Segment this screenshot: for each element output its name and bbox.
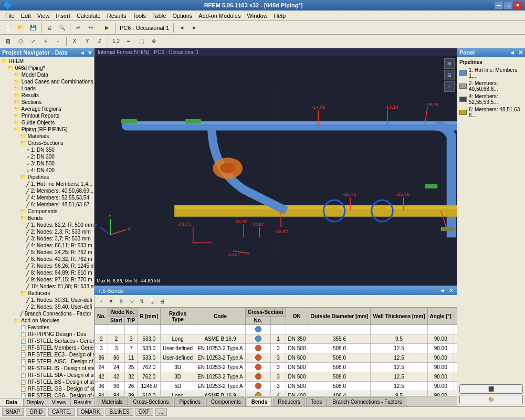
tree-item[interactable]: 📋 RF-STEEL CSA - Design of ste (0, 392, 94, 398)
tree-item[interactable]: 📁 Model Data (0, 71, 94, 78)
table-row[interactable]: 82822500.0User-definedASME B 16.91DN 350… (95, 325, 457, 334)
table-add-button[interactable]: + (97, 297, 106, 306)
tree-item[interactable]: ╱ 2: Nodes: 39,40; User-defi (0, 303, 94, 310)
tree-item[interactable]: ╱ 2: Members: 40,50,68,69... (0, 187, 94, 194)
tree-item[interactable]: 📁 Materials (0, 133, 94, 140)
table-row[interactable]: 949489610.0LongASME B 16.94DN 400406.49.… (95, 391, 457, 396)
undo-button[interactable]: ↩ (72, 22, 84, 34)
open-button[interactable]: 📂 (15, 22, 26, 34)
bottom-tab-materials[interactable]: Materials (97, 397, 128, 406)
menu-item-edit[interactable]: Edit (18, 12, 34, 20)
tree-item[interactable]: ○ 2: DN 300 (0, 153, 94, 160)
rotate-z-button[interactable]: Z (94, 36, 106, 47)
table-copy-button[interactable]: ⎘ (117, 297, 126, 306)
tree-item[interactable]: ╱ 1: Hot line Members: 1,4... (0, 181, 94, 187)
tree-item[interactable]: ╱ Branch Connections - Factor (0, 310, 94, 317)
node-numbers-button[interactable]: 1,2 (110, 36, 122, 47)
viewport-3d[interactable]: -13.14 -19.79 -14.86 -38.73 (94, 56, 457, 286)
bottom-panel-collapse[interactable]: ◄ (439, 287, 445, 293)
view-tool-2[interactable]: ⊟ (444, 70, 455, 80)
tree-item[interactable]: 📁 Load Cases and Combinations (0, 78, 94, 85)
status-button-carte[interactable]: CARTE. (48, 408, 75, 416)
table-delete-button[interactable]: ✕ (107, 297, 116, 306)
color-mode-button[interactable]: 🎨 (459, 395, 523, 404)
nav-tab-display[interactable]: Display (24, 398, 47, 406)
table-container[interactable]: No. Node No. R [mm] RadiusType Code Cros… (94, 308, 457, 396)
table-sort-button[interactable]: ⇅ (137, 297, 146, 306)
tree-item[interactable]: ╱ 8: Nodes: 94,89; R: 610 m (0, 269, 94, 276)
table-row[interactable]: 868611533.0User-definedEN 10253-2 Type A… (95, 353, 457, 363)
tree-item[interactable]: 📁 Sections (0, 99, 94, 106)
zoom-out-button[interactable]: - (52, 36, 64, 47)
redo-button[interactable]: ↪ (85, 22, 97, 34)
close-button[interactable]: ✕ (513, 2, 522, 9)
tree-item[interactable]: 📁 RFEM (0, 58, 94, 65)
tree-item[interactable]: 📁 Reducers (0, 290, 94, 297)
tree-item[interactable]: 📋 RF-STEEL Surfaces - General (0, 338, 94, 344)
tree-item[interactable]: ╱ 10: Nodes: 81,88; R: 533 m (0, 283, 94, 290)
tree-item[interactable]: ╱ 1: Nodes: 30,31; User-defi (0, 297, 94, 303)
status-button-snap[interactable]: SNAP (2, 408, 24, 416)
rotate-x-button[interactable]: X (69, 36, 80, 47)
tree-item[interactable]: 📁 Printout Reports (0, 112, 94, 119)
menu-item-calculate[interactable]: Calculate (74, 12, 104, 20)
status-button-dxf[interactable]: DXF (135, 408, 153, 416)
table-print-button[interactable]: 🖨 (158, 297, 167, 306)
new-button[interactable]: 📄 (2, 22, 14, 34)
tree-item[interactable]: ╱ 1: Nodes: 82,2; R: 500 mm (0, 222, 94, 228)
table-row[interactable]: 223533.0LongASME B 16.91DN 350355.69.590… (95, 334, 457, 344)
tree-item[interactable]: 📋 Favorites (0, 324, 94, 331)
move-button[interactable]: ✥ (148, 36, 160, 47)
tree-item[interactable]: 📋 RF-STEEL GB - Design of steel (0, 385, 94, 392)
menu-item-table[interactable]: Table (149, 12, 169, 20)
right-panel-close[interactable]: ✕ (518, 49, 523, 56)
tree-item[interactable]: 📋 RF-STEEL AISC - Design of ste (0, 358, 94, 365)
panel-close-button[interactable]: ✕ (88, 50, 92, 56)
run-button[interactable]: ▶ (101, 22, 113, 34)
print-preview-button[interactable]: 🔍 (56, 22, 68, 34)
status-button-[interactable]: ... (155, 408, 167, 416)
tree-item[interactable]: ╱ 7: Nodes: 96,26; R: 1245 m (0, 262, 94, 269)
right-panel-collapse[interactable]: ◄ (509, 49, 515, 56)
tree-item[interactable]: 📋 RF-PIPING Design - Des (0, 331, 94, 338)
tree-item[interactable]: 📋 RF-STEEL Members - General (0, 344, 94, 351)
tree-item[interactable]: 📁 Results (0, 92, 94, 99)
prev-loadcase-button[interactable]: ◄ (176, 22, 187, 34)
tree-item[interactable]: ○ 1: DN 350 (0, 146, 94, 153)
tree-item[interactable]: 📁 Loads (0, 85, 94, 92)
menu-item-tools[interactable]: Tools (129, 12, 149, 20)
tree-item[interactable]: ╱ 4: Members: 52,55,53,54 (0, 194, 94, 201)
menu-item-file[interactable]: File (2, 12, 18, 20)
tree-item[interactable]: 📁 Components (0, 208, 94, 215)
wireframe-button[interactable]: ⬡ (15, 36, 26, 47)
zoom-all-button[interactable]: ⤢ (27, 36, 39, 47)
tree-item[interactable]: 📁 Add-on Modules (0, 317, 94, 324)
menu-item-insert[interactable]: Insert (52, 12, 74, 20)
view-tool-1[interactable]: ⊞ (444, 58, 455, 69)
bottom-tab-reducers[interactable]: Reducers (273, 397, 305, 406)
tree-item[interactable]: ╱ 5: Nodes: 24,25; R: 762 m (0, 249, 94, 256)
print-button[interactable]: 🖨 (44, 22, 55, 34)
bottom-tab-pipelines[interactable]: Pipelines (174, 397, 205, 406)
maximize-button[interactable]: □ (504, 2, 512, 9)
menu-item-results[interactable]: Results (104, 12, 130, 20)
tree-item[interactable]: 📁 Pipelines (0, 174, 94, 181)
tree-item[interactable]: ╱ 6: Members: 48,51,63-67 (0, 201, 94, 208)
tree-item[interactable]: ╱ 9: Nodes: 97,15; R: 770 m (0, 276, 94, 283)
render-mode-button[interactable]: ⬛ (459, 384, 523, 394)
menu-item-view[interactable]: View (34, 12, 53, 20)
view-tool-3[interactable]: ↔ (444, 81, 455, 92)
table-export-button[interactable]: 📊 (148, 297, 157, 306)
nav-tab-views[interactable]: Views (47, 398, 71, 406)
bottom-tab-branch-connections---factors[interactable]: Branch Connections - Factors (328, 397, 406, 406)
status-button-omark[interactable]: OMARK (77, 408, 104, 416)
next-loadcase-button[interactable]: ► (188, 22, 200, 34)
menu-item-options[interactable]: Options (169, 12, 195, 20)
select-button[interactable]: ⬚ (135, 36, 147, 47)
bottom-panel-close[interactable]: ✕ (449, 287, 454, 293)
tree-item[interactable]: 📁 Average Regions (0, 106, 94, 112)
tree-item[interactable]: 📁 Bends (0, 215, 94, 222)
tree-item[interactable]: 📁 Guide Objects (0, 119, 94, 126)
tree-item[interactable]: 📋 RF-STEEL BS - Design of steel (0, 379, 94, 385)
tree-item[interactable]: ○ 3: DN 500 (0, 160, 94, 167)
